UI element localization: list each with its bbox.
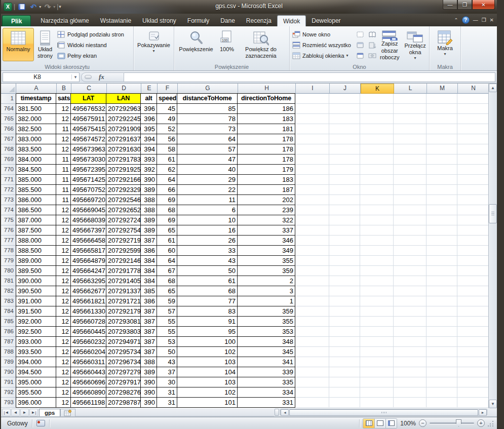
cell[interactable]: [295, 398, 329, 408]
column-header-J[interactable]: J: [330, 84, 361, 94]
cell[interactable]: 495675415: [71, 124, 106, 134]
cell[interactable]: 359: [238, 306, 295, 317]
reset-position-button[interactable]: [367, 50, 377, 61]
row-header[interactable]: 784: [1, 306, 16, 317]
cell[interactable]: [295, 104, 329, 114]
cell[interactable]: 47: [177, 154, 238, 165]
cell[interactable]: [427, 236, 457, 246]
cell[interactable]: 64: [177, 134, 238, 144]
help-icon[interactable]: ?: [462, 16, 470, 24]
cell[interactable]: [295, 175, 329, 185]
cell[interactable]: 64: [157, 175, 177, 185]
cell[interactable]: [329, 286, 360, 296]
cell[interactable]: [329, 154, 360, 165]
cell[interactable]: 394.500: [16, 367, 56, 377]
cell[interactable]: [295, 195, 329, 205]
cell[interactable]: 11: [56, 195, 71, 205]
cell[interactable]: 383.500: [16, 144, 56, 154]
cell[interactable]: 12: [56, 398, 71, 408]
cell[interactable]: 12: [56, 286, 71, 296]
cell[interactable]: 495660728: [71, 317, 106, 327]
horizontal-scrollbar[interactable]: ◄ ►: [280, 409, 487, 416]
cell[interactable]: [295, 337, 329, 347]
cell[interactable]: 12: [56, 387, 71, 398]
cell[interactable]: 61: [157, 236, 177, 246]
cell[interactable]: [360, 317, 394, 327]
cell[interactable]: [329, 367, 360, 377]
cell[interactable]: 1: [238, 296, 295, 306]
custom-views-button[interactable]: Widoki niestand: [56, 40, 125, 50]
cell[interactable]: [457, 327, 489, 337]
cell[interactable]: 207295734: [106, 347, 141, 357]
cell[interactable]: [394, 205, 427, 215]
cell[interactable]: [394, 387, 427, 398]
cell[interactable]: [457, 165, 489, 175]
cell[interactable]: [457, 205, 489, 215]
cell[interactable]: 384.500: [16, 165, 56, 175]
cell[interactable]: 31: [157, 387, 177, 398]
cell[interactable]: 495671425: [71, 175, 106, 185]
row-header[interactable]: 791: [1, 377, 16, 387]
cell[interactable]: 77: [177, 296, 238, 306]
column-header-E[interactable]: E: [141, 84, 158, 94]
cell[interactable]: [329, 94, 360, 104]
row-header[interactable]: 767: [1, 134, 16, 144]
cell[interactable]: 207292652: [106, 205, 141, 215]
cell[interactable]: [295, 246, 329, 256]
cell[interactable]: [457, 154, 489, 165]
cell[interactable]: 353: [238, 327, 295, 337]
arrange-all-button[interactable]: Rozmieść wszystko: [291, 40, 352, 50]
cell[interactable]: 207294971: [106, 337, 141, 347]
cell[interactable]: [329, 276, 360, 286]
cell[interactable]: [394, 347, 427, 357]
row-header[interactable]: 768: [1, 144, 16, 154]
cell[interactable]: [329, 398, 360, 408]
formula-input[interactable]: [124, 72, 495, 82]
row-header[interactable]: 776: [1, 225, 16, 236]
cell[interactable]: [427, 144, 457, 154]
cell[interactable]: [457, 317, 489, 327]
cell[interactable]: 183: [238, 175, 295, 185]
tab-uklad-strony[interactable]: Układ strony: [137, 15, 182, 26]
cell[interactable]: [394, 367, 427, 377]
cell[interactable]: 11: [177, 195, 238, 205]
cell[interactable]: [329, 124, 360, 134]
cell[interactable]: [360, 114, 394, 124]
name-box[interactable]: K8 ▾: [3, 72, 80, 82]
zoom-out-button[interactable]: −: [419, 419, 427, 427]
cell[interactable]: 495673963: [71, 144, 106, 154]
cell[interactable]: [457, 195, 489, 205]
cell[interactable]: 100: [177, 337, 238, 347]
row-header[interactable]: 788: [1, 347, 16, 357]
cell[interactable]: [394, 144, 427, 154]
cell[interactable]: 43: [157, 357, 177, 367]
cell[interactable]: 385.000: [16, 175, 56, 185]
cell[interactable]: 65: [157, 286, 177, 296]
cell[interactable]: [457, 276, 489, 286]
cell[interactable]: 12: [56, 347, 71, 357]
cell[interactable]: 68: [157, 276, 177, 286]
cell[interactable]: [295, 134, 329, 144]
cell[interactable]: 384: [141, 256, 157, 266]
row-header[interactable]: 790: [1, 367, 16, 377]
cell[interactable]: 12: [56, 215, 71, 225]
cell[interactable]: 207292146: [106, 256, 141, 266]
macros-button[interactable]: Makra ▾: [432, 28, 458, 61]
cell[interactable]: [329, 225, 360, 236]
zoom-100-button[interactable]: 100 100%: [216, 28, 238, 61]
cell[interactable]: [360, 246, 394, 256]
cell[interactable]: 207291337: [106, 286, 141, 296]
cell[interactable]: [394, 317, 427, 327]
cell[interactable]: 385.500: [16, 185, 56, 195]
cell[interactable]: 11: [56, 154, 71, 165]
row-header[interactable]: 787: [1, 337, 16, 347]
cell[interactable]: [427, 175, 457, 185]
row-header[interactable]: 764: [1, 104, 16, 114]
show-dropdown-button[interactable]: Pokazywanie ▾: [135, 28, 173, 61]
cell[interactable]: [295, 286, 329, 296]
cell[interactable]: [295, 256, 329, 266]
cell[interactable]: 207292166: [106, 175, 141, 185]
cell[interactable]: [360, 215, 394, 225]
cell[interactable]: [427, 347, 457, 357]
cell[interactable]: 55: [157, 327, 177, 337]
